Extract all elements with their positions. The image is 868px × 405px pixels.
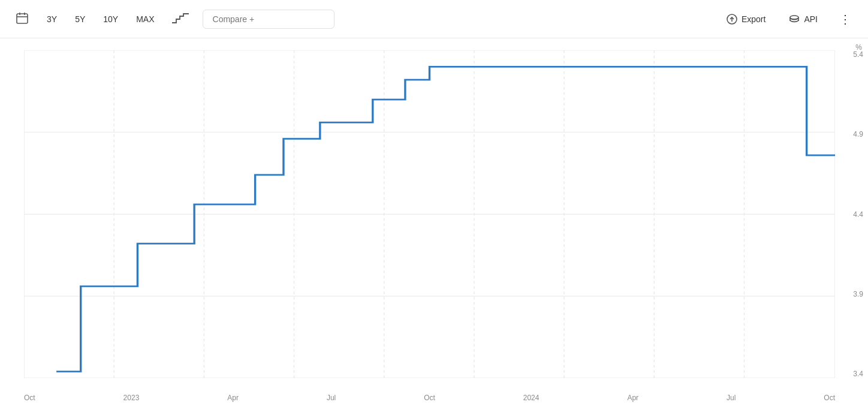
y-label-1: 3.4 — [853, 370, 863, 378]
y-label-5: 5.4 — [853, 50, 863, 59]
x-label-7: Jul — [727, 394, 736, 402]
more-options-button[interactable]: ⋮ — [834, 10, 856, 29]
y-label-4: 4.9 — [853, 130, 863, 138]
period-10y-button[interactable]: 10Y — [100, 12, 122, 26]
chart-area: % 5.4 4.9 4.4 3.9 3.4 — [0, 38, 868, 405]
chart-svg-container — [24, 50, 835, 378]
period-5y-button[interactable]: 5Y — [71, 12, 89, 26]
x-label-3: Jul — [327, 394, 336, 402]
y-label-3: 4.4 — [853, 210, 863, 219]
api-icon — [788, 13, 800, 25]
toolbar: 3Y 5Y 10Y MAX Export API ⋮ — [0, 0, 868, 38]
calendar-button[interactable] — [12, 9, 32, 29]
x-label-0: Oct — [24, 394, 35, 402]
x-label-6: Apr — [627, 394, 638, 402]
x-label-2: Apr — [227, 394, 239, 402]
period-max-button[interactable]: MAX — [132, 12, 158, 26]
step-chart-icon — [171, 12, 189, 24]
chart-line — [56, 67, 835, 371]
compare-input[interactable] — [203, 10, 334, 29]
chart-svg — [24, 50, 835, 378]
x-label-5: 2024 — [523, 394, 540, 402]
x-label-1: 2023 — [123, 394, 140, 402]
x-label-8: Oct — [824, 394, 835, 402]
export-icon — [726, 13, 738, 25]
x-axis-labels: Oct 2023 Apr Jul Oct 2024 Apr Jul Oct — [24, 394, 835, 402]
api-button[interactable]: API — [782, 10, 824, 29]
export-button[interactable]: Export — [720, 10, 771, 29]
y-axis-labels: 5.4 4.9 4.4 3.9 3.4 — [853, 50, 863, 378]
x-label-4: Oct — [424, 394, 435, 402]
chart-type-button[interactable] — [169, 10, 192, 28]
y-label-2: 3.9 — [853, 290, 863, 298]
svg-rect-0 — [17, 14, 28, 23]
period-3y-button[interactable]: 3Y — [43, 12, 61, 26]
calendar-icon — [16, 11, 29, 25]
